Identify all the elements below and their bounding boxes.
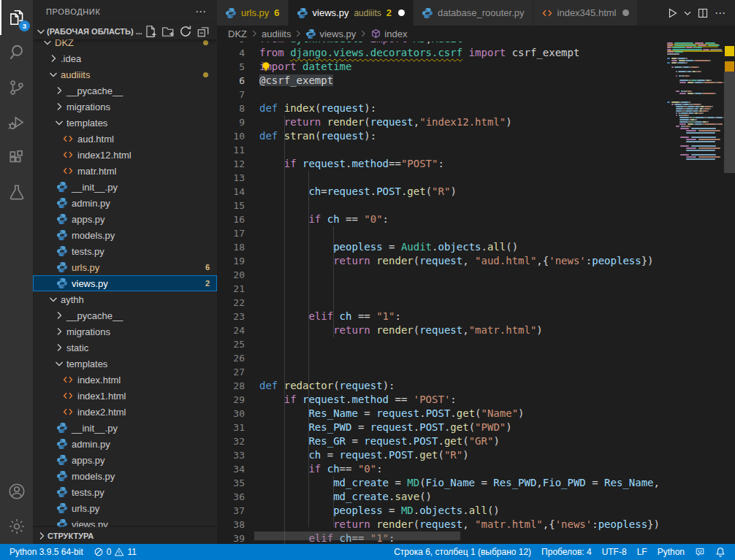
tree-item-index1.html[interactable]: index1.html [33, 388, 217, 404]
tree-item-__init__.py[interactable]: __init__.py [33, 179, 217, 195]
tree-item-__pycache__[interactable]: __pycache__ [33, 307, 217, 323]
tree-item-models.py[interactable]: models.py [33, 468, 217, 484]
code-token: ( [419, 477, 425, 488]
indentation-status[interactable]: Пробелов: 4 [536, 544, 597, 560]
tree-item-index.html[interactable]: index.html [33, 372, 217, 388]
horizontal-scrollbar-thumb[interactable] [254, 532, 460, 540]
tree-item-urls.py[interactable]: urls.py [33, 500, 217, 516]
minimap-line [695, 82, 702, 83]
tree-item-matr.html[interactable]: matr.html [33, 163, 217, 179]
encoding-status[interactable]: UTF-8 [597, 544, 632, 560]
run-debug-icon[interactable] [0, 105, 33, 140]
settings-icon[interactable] [0, 509, 33, 544]
problems-status[interactable]: 011 [88, 544, 142, 560]
tree-item-tests.py[interactable]: tests.py [33, 243, 217, 259]
breadcrumb-item-DKZ[interactable]: DKZ [228, 28, 247, 39]
run-dropdown-icon[interactable] [682, 5, 693, 21]
tab-views.py[interactable]: views.pyaudiiits2 [289, 0, 413, 26]
tree-item-__pycache__[interactable]: __pycache__ [33, 83, 217, 99]
tab-database_roouter.py[interactable]: database_roouter.py [414, 0, 533, 26]
python-interpreter-status[interactable]: Python 3.9.5 64-bit [4, 544, 88, 560]
code-token: POST [376, 185, 401, 197]
tree-item-DKZ[interactable]: DKZ [33, 39, 217, 50]
breadcrumb-item-audiiits[interactable]: audiiits [262, 28, 291, 39]
tree-item-aythh[interactable]: aythh [33, 291, 217, 307]
status-bar-right: Строка 6, столбец 1 (выбрано 12)Пробелов… [389, 544, 735, 560]
code-token: request [376, 407, 419, 419]
explorer-icon[interactable]: 3 [0, 0, 33, 35]
eol-status[interactable]: LF [632, 544, 652, 560]
code-editor[interactable]: 3from aythh.models import MD,Audit4from … [217, 42, 735, 544]
new-file-icon[interactable] [144, 25, 157, 38]
tree-item-audiiits[interactable]: audiiits [33, 66, 217, 83]
code-token: from [259, 47, 284, 58]
tree-item-migrations[interactable]: migrations [33, 99, 217, 115]
tree-item-.idea[interactable]: .idea [33, 50, 217, 66]
tree-item-index2.html[interactable]: index2.html [33, 404, 217, 420]
notifications-status[interactable] [710, 544, 731, 560]
code-token [259, 435, 308, 447]
cursor-position-status[interactable]: Строка 6, столбец 1 (выбрано 12) [389, 544, 536, 560]
code-token: MD [407, 477, 419, 488]
feedback-status[interactable] [690, 544, 710, 560]
breadcrumb-item-index[interactable]: index [370, 28, 407, 39]
code-lines[interactable]: 3from aythh.models import MD,Audit4from … [217, 42, 735, 544]
tree-item-urls.py[interactable]: urls.py6 [33, 259, 217, 275]
workspace-section-header[interactable]: (РАБОЧАЯ ОБЛАСТЬ) ... [33, 23, 217, 39]
testing-icon[interactable] [0, 175, 33, 210]
split-editor-icon[interactable] [696, 5, 710, 21]
tree-item-apps.py[interactable]: apps.py [33, 452, 217, 468]
new-folder-icon[interactable] [161, 25, 175, 38]
more-actions-icon[interactable]: ⋯ [713, 5, 728, 21]
vertical-scrollbar-thumb[interactable] [724, 72, 735, 173]
tree-item-templates[interactable]: templates [33, 356, 217, 372]
code-token [259, 116, 284, 128]
search-icon[interactable] [0, 35, 33, 70]
code-token: ) [506, 116, 511, 128]
tree-item-models.py[interactable]: models.py [33, 227, 217, 243]
source-control-icon[interactable] [0, 70, 33, 105]
refresh-icon[interactable] [179, 25, 192, 38]
code-token: POST [426, 407, 451, 419]
extensions-icon[interactable] [0, 140, 33, 175]
code-token: method [351, 158, 389, 169]
minimap-line [707, 110, 709, 112]
breadcrumb-label: views.py [319, 28, 356, 39]
code-token: all [487, 241, 506, 253]
line-number: 18 [217, 240, 245, 254]
code-token: == [351, 310, 376, 322]
code-token: request [302, 394, 346, 405]
run-python-file-button[interactable] [665, 5, 679, 21]
tree-item-admin.py[interactable]: admin.py [33, 436, 217, 452]
code-token [259, 407, 308, 419]
outline-section-header[interactable]: СТРУКТУРА [33, 527, 217, 544]
code-action-lightbulb-icon[interactable] [260, 61, 272, 72]
tree-item-aud.html[interactable]: aud.html [33, 131, 217, 147]
tree-item-views.py[interactable]: views.py [33, 516, 217, 527]
tree-item-migrations[interactable]: migrations [33, 323, 217, 340]
language-mode-status[interactable]: Python [652, 544, 690, 560]
tree-item-views.py[interactable]: views.py2 [33, 275, 217, 291]
tab-index345.html[interactable]: index345.html [533, 0, 638, 26]
tree-item-templates[interactable]: templates [33, 115, 217, 131]
tree-item-index12.html[interactable]: index12.html [33, 147, 217, 163]
tab-urls.py[interactable]: urls.py6 [217, 0, 288, 26]
breadcrumb-item-views.py[interactable]: views.py [305, 28, 356, 39]
tree-item-static[interactable]: static [33, 340, 217, 356]
tree-item-admin.py[interactable]: admin.py [33, 195, 217, 211]
tree-item-tests.py[interactable]: tests.py [33, 484, 217, 500]
collapse-all-icon[interactable] [197, 25, 210, 38]
minimap-line [684, 115, 687, 116]
tree-item-label: aud.html [77, 134, 114, 145]
explorer-more-actions-icon[interactable]: ⋯ [195, 5, 207, 18]
tree-item-__init__.py[interactable]: __init__.py [33, 420, 217, 436]
code-token: md_create [333, 477, 389, 488]
code-token: ch [308, 449, 321, 461]
minimap[interactable] [667, 42, 724, 544]
code-token [259, 421, 308, 433]
code-token [259, 324, 333, 336]
chevron-right-icon [36, 530, 47, 542]
tree-item-apps.py[interactable]: apps.py [33, 211, 217, 227]
code-token: ( [438, 449, 444, 461]
account-icon[interactable] [0, 474, 33, 509]
